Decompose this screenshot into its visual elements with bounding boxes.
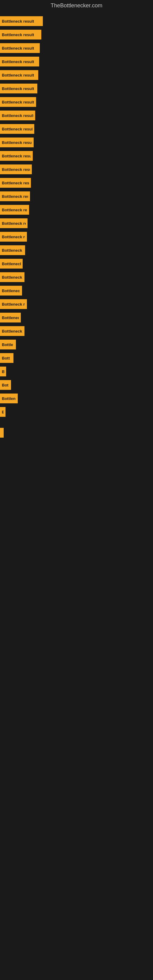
bar-label: Bottleneck resu xyxy=(2,221,26,226)
bottleneck-bar: Bottleneck result xyxy=(0,151,33,161)
bottleneck-bar: Bottleneck re xyxy=(0,245,25,255)
bar-row xyxy=(0,422,153,426)
bottleneck-bar: Bottle xyxy=(0,340,16,350)
bar-row: Bottleneck result xyxy=(0,82,153,95)
bottleneck-bar: Bottleneck result xyxy=(0,232,27,242)
bar-row: Bottleneck result xyxy=(0,136,153,149)
bar-label: Bottleneck re xyxy=(2,248,23,253)
bar-label: Bottleneck xyxy=(2,261,21,266)
bottleneck-bar: B xyxy=(0,428,4,438)
bottleneck-bar: B xyxy=(0,367,6,376)
bottleneck-bar: Bot xyxy=(0,380,11,390)
bar-label: Bottleneck result xyxy=(2,235,25,239)
bar-label: Bottleneck result xyxy=(2,181,29,185)
bottleneck-bar: Bottleneck res xyxy=(0,272,24,282)
bar-label: Bottleneck result xyxy=(2,100,34,105)
bar-row xyxy=(0,418,153,422)
bar-row: Bottle xyxy=(0,338,153,351)
bar-row: Bottleneck result xyxy=(0,149,153,162)
bar-row xyxy=(0,439,153,443)
bar-row: Bottleneck result xyxy=(0,14,153,28)
bar-label: Bottleneck res xyxy=(2,275,22,280)
bar-label: Bottlen xyxy=(2,396,16,401)
bottleneck-bar: Bottleneck result xyxy=(0,137,33,147)
bar-row: Bottlen xyxy=(0,392,153,405)
bar-row: Bott xyxy=(0,351,153,365)
bar-row: Bottleneck xyxy=(0,257,153,270)
bottleneck-bar: Bottleneck result xyxy=(0,164,32,174)
bottleneck-bar: Bottleneck result xyxy=(0,16,43,26)
bottleneck-bar: Bottleneck resu xyxy=(0,218,27,228)
bar-row: Bottleneck result xyxy=(0,95,153,109)
bar-label: Bottleneck result xyxy=(2,19,34,24)
bar-label: Bottleneck result xyxy=(2,59,34,64)
bar-label: B xyxy=(2,410,4,414)
bar-label: Bottleneck resu xyxy=(2,302,25,307)
bottleneck-bar: Bottleneck resu xyxy=(0,299,27,309)
bottleneck-bar: Bottleneck re xyxy=(0,326,24,336)
bottleneck-bar: Bottleneck result xyxy=(0,84,37,94)
bar-label: Bottleneck result xyxy=(2,73,34,78)
bottleneck-bar: Bottleneck result xyxy=(0,70,38,80)
bar-row: Bottleneck result xyxy=(0,55,153,68)
bar-label: Bottleneck re xyxy=(2,329,22,334)
bar-label: Bottleneck result xyxy=(2,86,34,91)
bottleneck-bar: Bottlenec xyxy=(0,313,21,323)
bar-row: Bottleneck result xyxy=(0,41,153,55)
bar-label: Bottleneck result xyxy=(2,208,27,212)
bar-row: Bottleneck resu xyxy=(0,216,153,230)
bar-row: Bottleneck result xyxy=(0,230,153,243)
bottleneck-bar: Bottleneck result xyxy=(0,191,30,201)
bar-row: B xyxy=(0,365,153,378)
bar-row: Bottleneck result xyxy=(0,28,153,41)
bottleneck-bar: Bottleneck r xyxy=(0,286,22,296)
bar-label: Bottleneck result xyxy=(2,32,34,37)
bar-row: Bottleneck r xyxy=(0,284,153,298)
bottleneck-bar: Bottleneck result xyxy=(0,111,35,120)
bar-row: Bottleneck result xyxy=(0,176,153,189)
bar-row: Bottleneck re xyxy=(0,243,153,257)
bar-row xyxy=(0,443,153,447)
bar-label: Bottle xyxy=(2,342,13,347)
bottleneck-bar: Bottlen xyxy=(0,393,18,403)
bar-row: Bot xyxy=(0,378,153,392)
bar-label: B xyxy=(2,369,4,374)
bar-row: Bottleneck result xyxy=(0,109,153,122)
bar-label: Bottlenec xyxy=(2,315,19,320)
bar-label: Bottleneck r xyxy=(2,288,20,293)
bottleneck-bar: Bottleneck result xyxy=(0,57,39,67)
bar-row: Bottleneck result xyxy=(0,162,153,176)
bar-row: Bottlenec xyxy=(0,311,153,324)
bottleneck-bar: Bottleneck result xyxy=(0,97,36,107)
bar-row: Bottleneck result xyxy=(0,203,153,216)
bottleneck-bar: Bottleneck result xyxy=(0,124,34,134)
bar-label: Bottleneck result xyxy=(2,167,30,172)
bottleneck-bar: Bottleneck result xyxy=(0,30,41,40)
bar-label: Bottleneck result xyxy=(2,194,28,199)
bars-container: Bottleneck resultBottleneck resultBottle… xyxy=(0,11,153,453)
bar-row: Bottleneck result xyxy=(0,189,153,203)
bar-label: Bot xyxy=(2,383,9,387)
bar-label: Bott xyxy=(2,356,10,360)
bottleneck-bar: Bottleneck result xyxy=(0,43,40,53)
bottleneck-bar: Bottleneck xyxy=(0,259,22,269)
bottleneck-bar: B xyxy=(0,407,5,417)
bar-row: Bottleneck re xyxy=(0,324,153,338)
bar-label: Bottleneck result xyxy=(2,127,32,131)
bottleneck-bar: Bottleneck result xyxy=(0,178,31,188)
bar-row xyxy=(0,447,153,450)
bar-label: Bottleneck result xyxy=(2,140,32,145)
bottleneck-bar: Bottleneck result xyxy=(0,205,29,215)
page-title: TheBottlenecker.com xyxy=(0,0,153,11)
bar-row: B xyxy=(0,426,153,439)
bar-row: B xyxy=(0,405,153,418)
bar-row: Bottleneck result xyxy=(0,122,153,136)
bar-row: Bottleneck result xyxy=(0,68,153,82)
bar-label: Bottleneck result xyxy=(2,46,34,51)
bar-row: Bottleneck resu xyxy=(0,298,153,311)
bar-label: Bottleneck result xyxy=(2,113,33,118)
bottleneck-bar: Bott xyxy=(0,353,13,363)
bar-row: Bottleneck res xyxy=(0,270,153,284)
bar-label: Bottleneck result xyxy=(2,154,31,158)
